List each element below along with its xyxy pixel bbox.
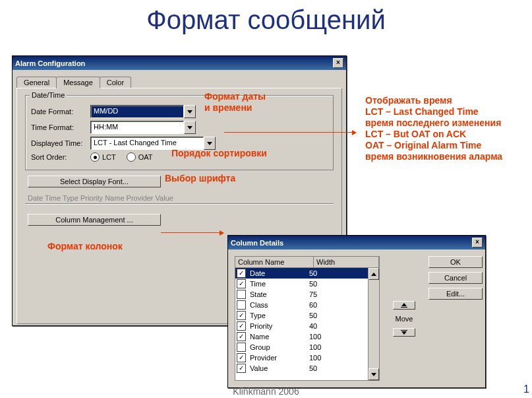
- scroll-up-icon[interactable]: [369, 268, 379, 280]
- ann-date-format: Формат даты и времени: [204, 91, 266, 114]
- label-sort-order: Sort Order:: [31, 153, 90, 161]
- col-name-cell: Group: [249, 343, 309, 351]
- radio-oat[interactable]: [127, 152, 136, 162]
- col-width-cell: 60: [309, 301, 349, 309]
- checkbox[interactable]: [237, 332, 246, 341]
- label-date-format: Date Format:: [31, 108, 90, 116]
- col-name-cell: Provider: [249, 354, 309, 362]
- checkbox[interactable]: [237, 300, 246, 310]
- titlebar: Column Details ×: [228, 236, 485, 249]
- label-displayed-time: Displayed Time:: [31, 139, 90, 147]
- tab-color[interactable]: Color: [100, 77, 131, 88]
- list-item[interactable]: Priority40: [235, 321, 379, 331]
- column-details-window: Column Details × Column Name Width Date5…: [227, 235, 486, 388]
- list-item[interactable]: Type50: [235, 310, 379, 321]
- tab-message[interactable]: Message: [56, 77, 100, 88]
- edit-button[interactable]: Edit...: [429, 288, 483, 300]
- checkbox[interactable]: [237, 321, 246, 331]
- col-name-cell: Value: [249, 364, 309, 372]
- checkbox[interactable]: [237, 353, 246, 362]
- scrollbar[interactable]: [368, 268, 379, 380]
- chevron-down-icon[interactable]: [184, 121, 196, 134]
- radio-lct-label: LCT: [102, 153, 116, 161]
- col-width-cell: 50: [309, 280, 349, 288]
- col-name-cell: Type: [249, 312, 309, 319]
- col-width-cell: 100: [309, 333, 349, 341]
- list-header: Column Name Width: [235, 256, 380, 268]
- checkbox[interactable]: [237, 279, 246, 288]
- hdr-column-name[interactable]: Column Name: [235, 257, 314, 267]
- page-number: 1: [523, 383, 529, 395]
- col-width-cell: 100: [309, 343, 349, 351]
- checkbox[interactable]: [237, 290, 246, 299]
- combo-date-format-value: MM/DD: [90, 105, 184, 118]
- combo-date-format[interactable]: MM/DD: [90, 105, 196, 118]
- col-width-cell: 75: [309, 290, 349, 298]
- checkbox[interactable]: [237, 343, 246, 352]
- ann-font: Выбор шрифта: [165, 173, 235, 184]
- select-font-button[interactable]: Select Display Font...: [28, 176, 161, 187]
- col-name-cell: State: [249, 290, 309, 298]
- col-name-cell: Priority: [249, 322, 309, 330]
- col-name-cell: Name: [249, 333, 309, 341]
- radio-oat-label: OAT: [138, 153, 153, 161]
- list-item[interactable]: Value50: [235, 363, 379, 374]
- column-list[interactable]: Date50Time50State75Class60Type50Priority…: [235, 268, 380, 381]
- scroll-down-icon[interactable]: [369, 368, 379, 380]
- radio-lct[interactable]: [90, 152, 100, 162]
- col-width-cell: 40: [309, 322, 349, 330]
- tabstrip: General Message Color: [16, 77, 342, 88]
- checkbox[interactable]: [237, 364, 246, 373]
- checkbox[interactable]: [237, 311, 246, 320]
- list-item[interactable]: Provider100: [235, 352, 379, 363]
- col-name-cell: Class: [249, 301, 309, 309]
- col-width-cell: 50: [309, 312, 349, 319]
- move-down-button[interactable]: [393, 328, 415, 337]
- window-title: Alarm Configuration: [15, 59, 85, 67]
- ann-sort-order: Порядок сортировки: [171, 148, 267, 159]
- list-item[interactable]: Name100: [235, 331, 379, 342]
- list-item[interactable]: Class60: [235, 300, 379, 310]
- combo-time-format[interactable]: HH:MM: [90, 121, 196, 134]
- hdr-width[interactable]: Width: [314, 257, 379, 267]
- close-icon[interactable]: ×: [333, 58, 343, 68]
- list-item[interactable]: State75: [235, 289, 379, 300]
- slide-footer: Klinkmann 2006: [0, 386, 532, 397]
- move-up-button[interactable]: [393, 301, 415, 310]
- col-width-cell: 100: [309, 354, 349, 362]
- close-icon[interactable]: ×: [472, 238, 483, 248]
- move-label: Move: [396, 315, 413, 323]
- checkbox[interactable]: [237, 269, 246, 278]
- col-name-cell: Date: [249, 269, 309, 277]
- combo-time-format-value: HH:MM: [90, 121, 184, 134]
- chevron-down-icon[interactable]: [184, 105, 196, 118]
- list-item[interactable]: Date50: [235, 268, 379, 279]
- slide-title: Формат сообщений: [0, 5, 532, 35]
- arrow-icon: [224, 132, 356, 133]
- cancel-button[interactable]: Cancel: [429, 272, 483, 284]
- preview-text: Date Time Type Priority Name Provider Va…: [28, 194, 334, 202]
- col-width-cell: 50: [309, 364, 349, 372]
- list-item[interactable]: Time50: [235, 279, 379, 289]
- group-legend: Date/Time: [30, 91, 67, 99]
- list-item[interactable]: Group100: [235, 342, 379, 352]
- col-name-cell: Time: [249, 280, 309, 288]
- arrow-icon: [161, 232, 223, 233]
- ok-button[interactable]: OK: [429, 256, 483, 268]
- column-management-button[interactable]: Column Management ...: [28, 214, 161, 226]
- col-width-cell: 50: [309, 269, 349, 277]
- ann-displayed-time: Отображать время LCT – Last Changed Time…: [365, 95, 502, 162]
- window-title: Column Details: [231, 239, 283, 247]
- label-time-format: Time Format:: [31, 123, 90, 131]
- ann-columns: Формат колонок: [47, 241, 123, 252]
- titlebar: Alarm Configuration ×: [13, 56, 346, 70]
- tab-general[interactable]: General: [16, 77, 57, 88]
